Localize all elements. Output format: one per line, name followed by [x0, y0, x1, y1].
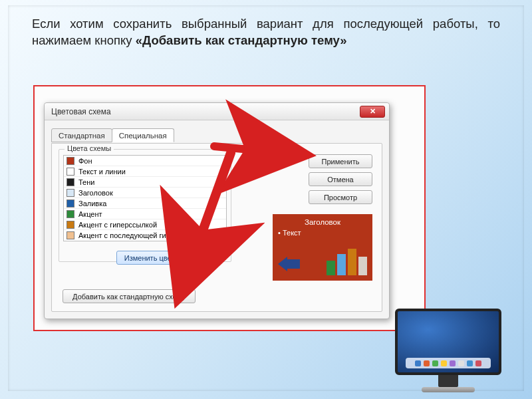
preview-label: Просмотр — [324, 194, 357, 201]
cancel-button[interactable]: Отмена — [309, 172, 372, 186]
color-swatch — [66, 210, 74, 218]
right-buttons: Применить Отмена Просмотр — [309, 154, 372, 204]
close-button[interactable]: ✕ — [360, 106, 385, 118]
tab-standard[interactable]: Стандартная — [51, 128, 112, 142]
color-label: Текст и линии — [78, 168, 126, 176]
tab-special-label: Специальная — [119, 132, 167, 140]
dialog-titlebar: Цветовая схема ✕ — [45, 103, 389, 120]
slide-frame: Если хотим сохранить выбранный вариант д… — [8, 5, 524, 391]
color-label: Акцент с гиперссылкой — [78, 221, 157, 229]
close-icon: ✕ — [370, 108, 376, 115]
color-row[interactable]: Акцент с последующей гиперссылкой — [64, 230, 226, 241]
tab-special[interactable]: Специальная — [112, 128, 174, 142]
add-scheme-label: Добавить как стандартную схему — [72, 293, 186, 301]
preview-thumbnail: Заголовок Текст — [273, 214, 372, 281]
preview-button[interactable]: Просмотр — [309, 190, 372, 204]
preview-bar — [348, 249, 356, 275]
color-row[interactable]: Заголовок — [64, 188, 226, 198]
preview-bars — [327, 246, 367, 275]
screenshot-region: Цветовая схема ✕ Стандартная Специальная… — [33, 85, 426, 331]
monitor-decoration — [395, 309, 501, 392]
add-standard-scheme-button[interactable]: Добавить как стандартную схему — [63, 289, 196, 303]
monitor-base — [422, 387, 475, 392]
color-swatch — [66, 231, 74, 239]
color-swatch — [66, 157, 74, 165]
preview-bar — [358, 257, 367, 275]
color-scheme-dialog: Цветовая схема ✕ Стандартная Специальная… — [44, 102, 390, 319]
tab-standard-label: Стандартная — [59, 132, 105, 140]
monitor-screen — [395, 309, 501, 375]
color-swatch — [66, 168, 74, 176]
instruction-bold: «Добавить как стандартную тему» — [136, 33, 347, 47]
preview-graphics — [278, 246, 367, 275]
preview-arrow-icon — [278, 257, 287, 271]
color-row[interactable]: Фон — [64, 156, 226, 166]
color-label: Акцент — [78, 210, 102, 218]
apply-button[interactable]: Применить — [309, 154, 372, 168]
color-row[interactable]: Заливка — [64, 198, 226, 209]
change-color-button[interactable]: Изменить цвет… — [116, 251, 190, 265]
color-label: Заливка — [78, 200, 106, 207]
color-row[interactable]: Текст и линии — [64, 166, 226, 177]
color-label: Тени — [78, 178, 94, 186]
scheme-colors-group: Цвета схемы ФонТекст и линииТениЗаголово… — [59, 149, 231, 262]
cancel-label: Отмена — [327, 176, 353, 184]
color-swatch — [66, 189, 74, 197]
slide-instruction-text: Если хотим сохранить выбранный вариант д… — [8, 5, 524, 56]
color-label: Заголовок — [78, 189, 113, 197]
apply-label: Применить — [322, 158, 360, 166]
dialog-panel: Цвета схемы ФонТекст и линииТениЗаголово… — [51, 143, 382, 312]
monitor-dock — [406, 358, 491, 368]
color-list[interactable]: ФонТекст и линииТениЗаголовокЗаливкаАкце… — [63, 155, 227, 241]
preview-bar — [327, 261, 335, 275]
dialog-title: Цветовая схема — [51, 107, 111, 116]
preview-bar — [337, 254, 346, 275]
color-row[interactable]: Акцент — [64, 209, 226, 219]
preview-title: Заголовок — [278, 218, 367, 226]
monitor-stand — [438, 375, 458, 387]
color-swatch — [66, 178, 74, 186]
group-label: Цвета схемы — [65, 144, 114, 152]
preview-arrow-body — [287, 259, 300, 269]
color-swatch — [66, 200, 74, 207]
preview-text: Текст — [278, 229, 367, 237]
change-color-label: Изменить цвет… — [124, 254, 182, 262]
color-row[interactable]: Тени — [64, 177, 226, 188]
color-swatch — [66, 221, 74, 229]
tab-strip: Стандартная Специальная — [51, 128, 174, 142]
color-label: Фон — [78, 157, 92, 165]
color-row[interactable]: Акцент с гиперссылкой — [64, 219, 226, 230]
color-label: Акцент с последующей гиперссылкой — [78, 231, 206, 239]
